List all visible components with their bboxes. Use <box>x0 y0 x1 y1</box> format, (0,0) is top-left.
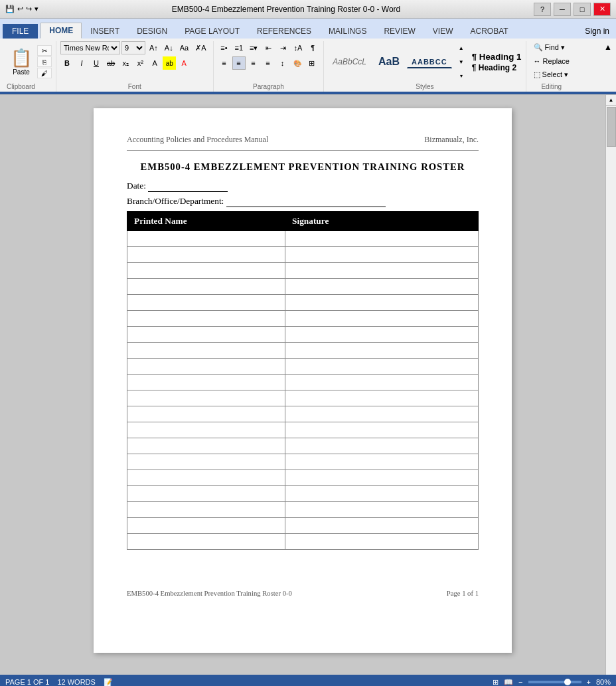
tab-insert[interactable]: INSERT <box>82 23 128 39</box>
cut-button[interactable]: ✂ <box>37 45 52 56</box>
read-mode-icon[interactable]: 📖 <box>504 678 513 687</box>
show-hide-button[interactable]: ¶ <box>306 41 319 54</box>
table-row[interactable] <box>127 295 479 311</box>
vertical-scrollbar[interactable]: ▲ <box>605 95 616 675</box>
table-row[interactable] <box>127 359 479 375</box>
layout-view-icon[interactable]: ⊞ <box>493 678 499 687</box>
tab-review[interactable]: REVIEW <box>375 23 424 39</box>
zoom-slider[interactable] <box>528 681 581 683</box>
date-value[interactable] <box>148 181 228 192</box>
zoom-out-icon[interactable]: − <box>518 678 522 686</box>
replace-button[interactable]: ↔ Replace <box>530 55 573 67</box>
subscript-button[interactable]: x₂ <box>119 56 132 70</box>
table-row[interactable] <box>127 375 479 390</box>
undo-icon[interactable]: ↩ <box>17 5 23 13</box>
signature-cell[interactable] <box>285 311 479 327</box>
table-row[interactable] <box>127 534 479 550</box>
redo-icon[interactable]: ↪ <box>26 5 32 13</box>
signature-cell[interactable] <box>285 470 479 486</box>
line-spacing-button[interactable]: ↕ <box>276 56 289 70</box>
name-cell[interactable] <box>127 454 285 470</box>
signature-cell[interactable] <box>285 263 479 279</box>
signature-cell[interactable] <box>285 343 479 359</box>
decrease-indent-button[interactable]: ⇤ <box>262 41 275 54</box>
decrease-font-size-button[interactable]: A↓ <box>162 41 176 54</box>
sort-button[interactable]: ↕A <box>291 41 305 54</box>
bold-button[interactable]: B <box>60 56 74 70</box>
signature-cell[interactable] <box>285 327 479 343</box>
table-row[interactable] <box>127 502 479 518</box>
bullets-button[interactable]: ≡• <box>218 41 231 54</box>
sign-in-button[interactable]: Sign in <box>578 24 616 39</box>
name-cell[interactable] <box>127 359 285 375</box>
table-row[interactable] <box>127 327 479 343</box>
tab-references[interactable]: REFERENCES <box>248 23 320 39</box>
minimize-button[interactable]: ─ <box>554 3 571 16</box>
signature-cell[interactable] <box>285 247 479 263</box>
signature-cell[interactable] <box>285 518 479 534</box>
text-highlight-button[interactable]: ab <box>163 56 176 70</box>
tab-mailings[interactable]: MAILINGS <box>320 23 375 39</box>
align-right-button[interactable]: ≡ <box>247 56 260 70</box>
table-row[interactable] <box>127 438 479 454</box>
signature-cell[interactable] <box>285 295 479 311</box>
scroll-up-arrow[interactable]: ▲ <box>606 95 617 106</box>
tab-home[interactable]: HOME <box>40 23 82 39</box>
table-row[interactable] <box>127 454 479 470</box>
name-cell[interactable] <box>127 518 285 534</box>
tab-view[interactable]: VIEW <box>424 23 462 39</box>
signature-cell[interactable] <box>285 231 479 247</box>
signature-cell[interactable] <box>285 502 479 518</box>
language-icon[interactable]: 📝 <box>104 678 113 687</box>
style-normal[interactable]: AaB <box>374 54 404 70</box>
scroll-thumb[interactable] <box>607 107 616 147</box>
format-painter-button[interactable]: 🖌 <box>37 68 52 78</box>
italic-button[interactable]: I <box>75 56 88 70</box>
signature-cell[interactable] <box>285 486 479 502</box>
signature-cell[interactable] <box>285 534 479 550</box>
signature-cell[interactable] <box>285 390 479 406</box>
table-row[interactable] <box>127 343 479 359</box>
select-button[interactable]: ⬚ Select ▾ <box>530 68 572 81</box>
signature-cell[interactable] <box>285 375 479 390</box>
numbering-button[interactable]: ≡1 <box>232 41 246 54</box>
tab-page-layout[interactable]: PAGE LAYOUT <box>176 23 248 39</box>
increase-indent-button[interactable]: ⇥ <box>276 41 289 54</box>
style-emphasis[interactable]: AaBbCcL <box>328 55 371 68</box>
name-cell[interactable] <box>127 247 285 263</box>
table-row[interactable] <box>127 486 479 502</box>
increase-font-size-button[interactable]: A↑ <box>147 41 161 54</box>
font-color-button[interactable]: A <box>177 56 191 70</box>
signature-cell[interactable] <box>285 406 479 422</box>
table-row[interactable] <box>127 518 479 534</box>
table-row[interactable] <box>127 279 479 295</box>
table-row[interactable] <box>127 311 479 327</box>
change-case-button[interactable]: Aa <box>177 41 191 54</box>
name-cell[interactable] <box>127 390 285 406</box>
signature-cell[interactable] <box>285 422 479 438</box>
signature-cell[interactable] <box>285 438 479 454</box>
table-row[interactable] <box>127 247 479 263</box>
name-cell[interactable] <box>127 295 285 311</box>
name-cell[interactable] <box>127 311 285 327</box>
tab-acrobat[interactable]: ACROBAT <box>461 23 516 39</box>
styles-more[interactable]: ▾ <box>455 69 468 82</box>
signature-cell[interactable] <box>285 279 479 295</box>
table-row[interactable] <box>127 470 479 486</box>
name-cell[interactable] <box>127 534 285 550</box>
name-cell[interactable] <box>127 327 285 343</box>
paste-button[interactable]: 📋 Paste <box>7 45 36 78</box>
quick-access-toolbar[interactable]: 💾 ↩ ↪ ▾ <box>5 5 38 13</box>
table-row[interactable] <box>127 263 479 279</box>
name-cell[interactable] <box>127 438 285 454</box>
table-row[interactable] <box>127 390 479 406</box>
find-button[interactable]: 🔍 Find ▾ <box>530 41 569 54</box>
table-row[interactable] <box>127 422 479 438</box>
ribbon-collapse-button[interactable]: ▲ <box>603 41 613 53</box>
zoom-percent[interactable]: 80% <box>596 678 611 686</box>
text-effects-button[interactable]: A <box>148 56 161 70</box>
name-cell[interactable] <box>127 502 285 518</box>
save-icon[interactable]: 💾 <box>5 5 15 13</box>
strikethrough-button[interactable]: ab <box>104 56 117 70</box>
shading-button[interactable]: 🎨 <box>291 56 304 70</box>
